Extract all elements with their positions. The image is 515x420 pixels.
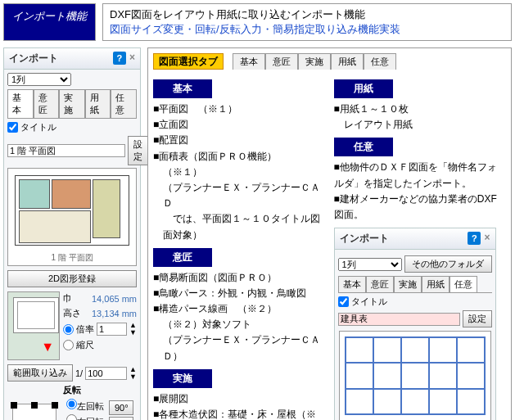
other-folder-button[interactable]: その他のフォルダ — [404, 255, 492, 273]
handle-box[interactable] — [12, 404, 56, 420]
mini-tab-isho[interactable]: 意匠 — [366, 276, 394, 292]
placement-preview[interactable]: ▼ — [7, 291, 60, 360]
width-label: 巾 — [63, 292, 72, 305]
cat-basic-head: 基本 — [153, 79, 212, 98]
help-icon[interactable]: ? — [468, 232, 481, 245]
mini-import-panel: インポート ? × 1列 その他のフォルダ 基本 意匠 — [334, 228, 496, 420]
width-value: 14,065 mm — [92, 294, 137, 304]
description-box: DXF図面をレイアウト用紙に取り込むインポート機能 図面サイズ変更・回転/反転入… — [102, 3, 512, 41]
mini-panel-title: インポート — [340, 232, 389, 246]
scale-input[interactable] — [97, 323, 127, 336]
setting-button[interactable]: 設定 — [128, 136, 148, 165]
register-2d-button[interactable]: 2D図形登録 — [7, 270, 137, 287]
hanten-label: 反転 — [63, 384, 81, 396]
rotate-left-radio[interactable] — [66, 399, 77, 409]
cat-youshi-head: 用紙 — [334, 79, 393, 98]
close-icon[interactable]: × — [129, 52, 135, 65]
tab-jisshi[interactable]: 実施 — [59, 89, 85, 118]
angle-90-button[interactable]: 90° — [109, 400, 133, 415]
marker-icon: ▼ — [41, 340, 54, 355]
mini-tab-basic[interactable]: 基本 — [338, 276, 366, 292]
scale-radio[interactable] — [63, 324, 74, 335]
panel-tabs: 基本 意匠 実施 用紙 任意 — [7, 89, 137, 119]
tab-nini[interactable]: 任意 — [111, 89, 137, 118]
mini-column-select[interactable]: 1列 — [338, 258, 402, 271]
content-box: 図面選択タブ 基本 意匠 実施 用紙 任意 基本 ■平面図 （※１） ■立面図 … — [147, 47, 512, 420]
mini-title-input[interactable] — [338, 313, 460, 326]
height-label: 高さ — [63, 307, 81, 319]
cat-isho-head: 意匠 — [153, 248, 212, 267]
tabrow-heading: 図面選択タブ — [153, 53, 224, 70]
description-subtitle: 図面サイズ変更・回転/反転入力・簡易指定取り込み機能実装 — [110, 22, 504, 37]
cat-jisshi-head: 実施 — [153, 369, 212, 388]
tab-youshi[interactable]: 用紙 — [85, 89, 111, 118]
cat-jisshi-list: ■展開図 ■各種木造伏図：基礎・床・屋根（※３） ■矩計図： （※４） （※３）… — [153, 391, 326, 420]
cat-nini-list: ■他物件のＤＸＦ図面を「物件名フォルダ」を指定したインポート。 ■建材メーカーな… — [334, 160, 507, 223]
ratio-input[interactable] — [85, 367, 127, 380]
mini-tab-youshi[interactable]: 用紙 — [422, 276, 449, 292]
cat-isho-list: ■簡易断面図（図面ＰＲＯ） ■鳥瞰パース：外観・内観・鳥瞰図 ■構造パース線画 … — [153, 270, 326, 364]
mini-title-checkbox-label: タイトル — [351, 296, 387, 308]
angle-45-button[interactable]: 45° — [109, 417, 133, 420]
scale-radio-label: 倍率 — [76, 323, 94, 336]
rotate-right-label: 右回転 — [77, 417, 104, 420]
shukushaku-radio-label: 縮尺 — [76, 339, 94, 351]
spinner-icon[interactable]: ▲▼ — [129, 366, 137, 381]
cat-basic-list: ■平面図 （※１） ■立面図 ■配置図 ■面積表（図面ＰＲＯ機能） （※１） （… — [153, 102, 326, 243]
fit-range-button[interactable]: 範囲取り込み — [7, 364, 73, 382]
description-title: DXF図面をレイアウト用紙に取り込むインポート機能 — [110, 7, 504, 22]
floorplan-preview[interactable]: 1 階 平面図 — [7, 168, 137, 266]
tab-basic[interactable]: 基本 — [7, 89, 34, 118]
feature-badge: インポート機能 — [3, 3, 96, 41]
panel-title: インポート — [9, 52, 58, 65]
height-value: 13,134 mm — [92, 309, 137, 318]
content-tab-nini[interactable]: 任意 — [364, 53, 396, 70]
cat-nini-head: 任意 — [334, 138, 393, 156]
spinner-icon[interactable]: ▲▼ — [129, 322, 137, 336]
title-checkbox-label: タイトル — [20, 121, 56, 133]
shukushaku-radio[interactable] — [63, 340, 74, 350]
tab-isho[interactable]: 意匠 — [34, 89, 60, 118]
title-checkbox[interactable] — [7, 122, 18, 133]
rotate-left-label: 左回転 — [77, 401, 104, 411]
ratio-label: 1/ — [75, 368, 83, 378]
content-tab-jisshi[interactable]: 実施 — [298, 53, 331, 70]
help-icon[interactable]: ? — [113, 52, 126, 65]
mini-title-checkbox[interactable] — [338, 296, 349, 307]
content-tab-youshi[interactable]: 用紙 — [331, 53, 364, 70]
mini-tab-jisshi[interactable]: 実施 — [394, 276, 422, 292]
cat-youshi-list: ■用紙１～１０枚 レイアウト用紙 — [334, 102, 507, 133]
mini-setting-button[interactable]: 設定 — [463, 310, 492, 327]
content-tab-basic[interactable]: 基本 — [233, 53, 265, 70]
import-panel: インポート ? × 1列 基本 意匠 実施 用紙 任意 タイトル — [3, 47, 141, 420]
title-input[interactable] — [7, 144, 125, 157]
grid-preview[interactable] — [339, 331, 491, 420]
close-icon[interactable]: × — [484, 232, 490, 246]
mini-tab-nini[interactable]: 任意 — [449, 276, 477, 292]
column-select[interactable]: 1列 — [7, 73, 71, 86]
content-tab-isho[interactable]: 意匠 — [265, 53, 298, 70]
floorplan-label: 1 階 平面図 — [8, 252, 136, 264]
rotate-right-radio[interactable] — [66, 414, 77, 420]
